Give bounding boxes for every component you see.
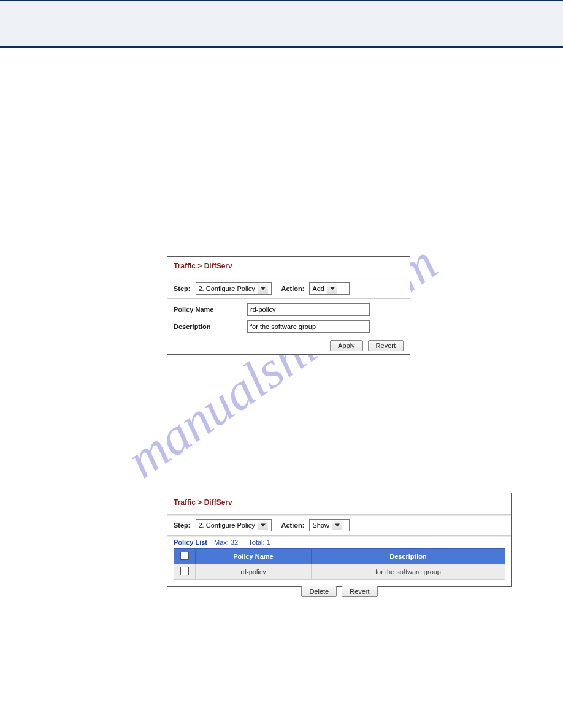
action-select[interactable]: Add xyxy=(309,282,350,295)
description-label: Description xyxy=(174,323,247,330)
description-value: for the software group xyxy=(250,323,316,330)
chevron-down-icon xyxy=(332,520,342,530)
button-row: Delete Revert xyxy=(167,580,511,603)
breadcrumb: Traffic > DiffServ xyxy=(167,257,410,278)
step-select-value: 2. Configure Policy xyxy=(199,285,258,292)
action-label: Action: xyxy=(282,521,305,529)
chevron-down-icon xyxy=(258,520,268,530)
step-label: Step: xyxy=(174,285,191,292)
chevron-down-icon xyxy=(327,284,337,294)
policy-form: Policy Name rd-policy Description for th… xyxy=(167,300,410,336)
step-label: Step: xyxy=(174,521,191,529)
chevron-down-icon xyxy=(258,284,268,294)
policy-table: Policy Name Description rd-policy for th… xyxy=(174,548,505,580)
policy-name-value: rd-policy xyxy=(250,306,276,313)
step-action-row: Step: 2. Configure Policy Action: Add xyxy=(167,279,410,298)
step-select-value: 2. Configure Policy xyxy=(199,521,258,529)
apply-button[interactable]: Apply xyxy=(330,340,363,351)
action-select-value: Show xyxy=(312,521,332,529)
policy-list-header: Policy List Max: 32 Total: 1 xyxy=(167,536,511,548)
col-policy-name: Policy Name xyxy=(196,549,312,564)
revert-button[interactable]: Revert xyxy=(368,340,404,351)
diffserv-add-panel: Traffic > DiffServ Step: 2. Configure Po… xyxy=(167,256,410,355)
button-row: Apply Revert xyxy=(167,336,410,357)
table-header-row: Policy Name Description xyxy=(174,549,505,564)
select-all-header xyxy=(174,549,196,564)
row-policy-name: rd-policy xyxy=(196,564,312,580)
delete-button[interactable]: Delete xyxy=(301,586,337,597)
top-header-bar xyxy=(0,0,563,48)
policy-list-title: Policy List xyxy=(174,539,207,546)
diffserv-show-panel: Traffic > DiffServ Step: 2. Configure Po… xyxy=(167,493,512,587)
select-all-checkbox[interactable] xyxy=(180,552,189,560)
table-row: rd-policy for the software group xyxy=(174,564,505,580)
row-checkbox[interactable] xyxy=(180,567,189,575)
policy-name-input[interactable]: rd-policy xyxy=(247,303,370,316)
row-description: for the software group xyxy=(312,564,505,580)
description-input[interactable]: for the software group xyxy=(247,320,370,333)
policy-list-total: Total: 1 xyxy=(248,539,270,546)
revert-button[interactable]: Revert xyxy=(342,586,377,597)
step-action-row: Step: 2. Configure Policy Action: Show xyxy=(167,515,511,535)
action-select[interactable]: Show xyxy=(309,519,350,531)
action-select-value: Add xyxy=(312,285,327,292)
breadcrumb: Traffic > DiffServ xyxy=(167,493,511,514)
row-checkbox-cell xyxy=(174,564,196,580)
action-label: Action: xyxy=(282,285,305,292)
step-select[interactable]: 2. Configure Policy xyxy=(196,282,272,295)
col-description: Description xyxy=(312,549,505,564)
step-select[interactable]: 2. Configure Policy xyxy=(196,519,272,531)
policy-list-max: Max: 32 xyxy=(214,539,238,546)
policy-name-label: Policy Name xyxy=(174,306,247,313)
